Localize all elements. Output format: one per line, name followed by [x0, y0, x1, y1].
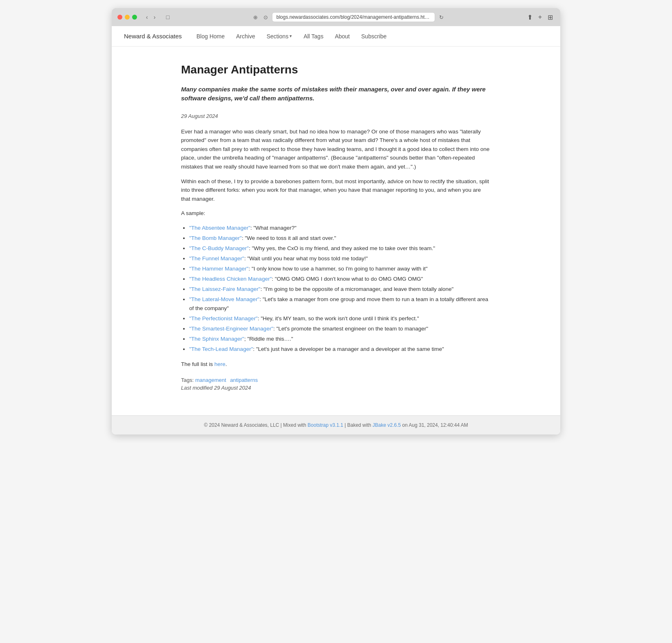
site-logo[interactable]: Neward & Associates — [124, 33, 182, 40]
upload-icon[interactable]: ⬆ — [526, 13, 534, 22]
tech-lead-manager-link[interactable]: "The Tech-Lead Manager" — [189, 346, 253, 352]
last-modified: Last modified 29 August 2024 — [181, 385, 491, 391]
smartest-engineer-manager-link[interactable]: "The Smartest-Engineer Manager" — [189, 326, 273, 332]
maximize-button[interactable] — [132, 15, 137, 20]
article-subtitle: Many companies make the same sorts of mi… — [181, 85, 491, 103]
list-item: "The Bomb Manager": "We need to toss it … — [189, 234, 491, 243]
absentee-manager-link[interactable]: "The Absentee Manager" — [189, 225, 250, 231]
perfectionist-manager-link[interactable]: "The Perfectionist Manager" — [189, 315, 258, 322]
tag-management[interactable]: management — [195, 377, 226, 383]
sections-dropdown-arrow: ▾ — [290, 33, 292, 39]
article-date: 29 August 2024 — [181, 113, 491, 119]
list-item: "The Funnel Manager": "Wait until you he… — [189, 254, 491, 264]
share-icon[interactable]: ⊕ — [252, 13, 259, 21]
footer-text-middle: | Baked with — [343, 422, 373, 428]
antipattern-list: "The Absentee Manager": "What manager?" … — [189, 224, 491, 354]
article-intro1: Ever had a manager who was clearly smart… — [181, 127, 491, 171]
browser-controls: ‹ › — [144, 13, 157, 21]
address-bar-area: ⊕ ⊙ blogs.newardassociates.com/blog/2024… — [175, 12, 522, 22]
sidebar-button-area: □ — [164, 13, 171, 21]
tag-antipatterns[interactable]: antipatterns — [230, 377, 258, 383]
list-item: "The Tech-Lead Manager": "Let's just hav… — [189, 345, 491, 354]
nav-subscribe[interactable]: Subscribe — [360, 31, 387, 41]
forward-button[interactable]: › — [152, 13, 157, 21]
browser-titlebar: ‹ › □ ⊕ ⊙ blogs.newardassociates.com/blo… — [112, 8, 560, 26]
tags-line: Tags: management antipatterns — [181, 377, 491, 383]
hammer-manager-link[interactable]: "The Hammer Manager" — [189, 266, 248, 272]
main-content: Manager Antipatterns Many companies make… — [169, 47, 503, 415]
sphinx-manager-link[interactable]: "The Sphinx Manager" — [189, 336, 244, 342]
new-tab-icon[interactable]: + — [537, 13, 544, 22]
list-item: "The Hammer Manager": "I only know how t… — [189, 264, 491, 274]
article-body: Ever had a manager who was clearly smart… — [181, 127, 491, 369]
nav-sections[interactable]: Sections ▾ — [266, 31, 293, 41]
back-button[interactable]: ‹ — [144, 13, 150, 21]
site-nav: Neward & Associates Blog Home Archive Se… — [112, 26, 560, 47]
browser-action-buttons: ⬆ + ⊞ — [526, 13, 555, 22]
funnel-manager-link[interactable]: "The Funnel Manager" — [189, 255, 244, 262]
list-item: "The Laissez-Faire Manager": "I'm going … — [189, 285, 491, 294]
footer-text-before: © 2024 Neward & Associates, LLC | Mixed … — [204, 422, 307, 428]
lateral-move-manager-link[interactable]: "The Lateral-Move Manager" — [189, 296, 259, 302]
close-button[interactable] — [117, 15, 122, 20]
jbake-link[interactable]: JBake v2.6.5 — [373, 422, 401, 428]
tags-section: Tags: management antipatterns Last modif… — [181, 377, 491, 391]
list-item: "The Absentee Manager": "What manager?" — [189, 224, 491, 233]
article-title: Manager Antipatterns — [181, 63, 491, 77]
browser-content: Neward & Associates Blog Home Archive Se… — [112, 26, 560, 435]
browser-window: ‹ › □ ⊕ ⊙ blogs.newardassociates.com/blo… — [112, 8, 560, 435]
address-bar[interactable]: blogs.newardassociates.com/blog/2024/man… — [272, 12, 435, 22]
footer-text-after: on Aug 31, 2024, 12:40:44 AM — [401, 422, 468, 428]
article-sample-label: A sample: — [181, 209, 491, 218]
sidebar-button[interactable]: □ — [164, 13, 171, 21]
bootstrap-link[interactable]: Bootstrap v3.1.1 — [307, 422, 343, 428]
tabs-icon[interactable]: ⊞ — [546, 13, 555, 22]
list-item: "The Smartest-Engineer Manager": "Let's … — [189, 324, 491, 334]
bomb-manager-link[interactable]: "The Bomb Manager" — [189, 235, 242, 241]
nav-about[interactable]: About — [334, 31, 351, 41]
extension-icon[interactable]: ⊙ — [262, 13, 270, 21]
list-item: "The Sphinx Manager"; "Riddle me this…." — [189, 335, 491, 344]
nav-blog-home[interactable]: Blog Home — [196, 31, 225, 41]
nav-all-tags[interactable]: All Tags — [303, 31, 324, 41]
traffic-lights — [117, 15, 137, 20]
nav-archive[interactable]: Archive — [235, 31, 256, 41]
refresh-icon[interactable]: ↻ — [438, 13, 445, 21]
cbuddy-manager-link[interactable]: "The C-Buddy Manager" — [189, 245, 249, 251]
minimize-button[interactable] — [125, 15, 130, 20]
article-intro2: Within each of these, I try to provide a… — [181, 177, 491, 204]
full-list-line: The full list is here. — [181, 360, 491, 369]
full-list-link[interactable]: here — [214, 361, 225, 367]
laissez-faire-manager-link[interactable]: "The Laissez-Faire Manager" — [189, 286, 261, 292]
list-item: "The Lateral-Move Manager": "Let's take … — [189, 295, 491, 314]
site-footer: © 2024 Neward & Associates, LLC | Mixed … — [112, 415, 560, 435]
list-item: "The C-Buddy Manager": "Why yes, the CxO… — [189, 244, 491, 253]
headless-chicken-manager-link[interactable]: "The Headless Chicken Manager" — [189, 276, 272, 282]
list-item: "The Headless Chicken Manager": "OMG OMG… — [189, 275, 491, 284]
list-item: "The Perfectionist Manager": "Hey, it's … — [189, 314, 491, 324]
